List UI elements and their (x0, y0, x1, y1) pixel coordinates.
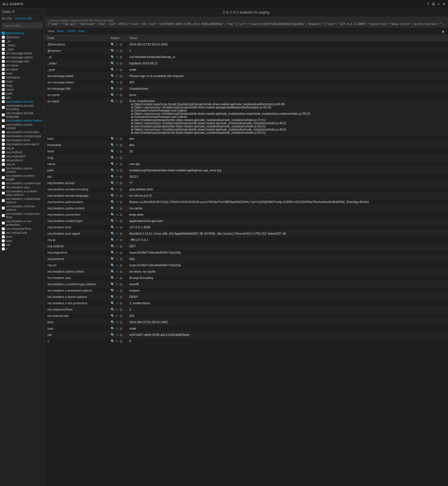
sidebar-item[interactable]: err.message.detail (0, 51, 44, 55)
filter-action-icon[interactable]: ⊘ (116, 289, 118, 292)
grid-action-icon[interactable]: ▦ (120, 194, 122, 197)
sidebar-item[interactable]: _id (0, 39, 44, 43)
search-action-icon[interactable]: 🔍 (111, 100, 115, 103)
grid-action-icon[interactable]: ▦ (120, 206, 122, 210)
search-action-icon[interactable]: 🔍 (111, 327, 115, 330)
filter-action-icon[interactable]: ⊘ (116, 320, 118, 324)
grid-action-icon[interactable]: ▦ (120, 314, 122, 317)
filter-action-icon[interactable]: ⊘ (116, 206, 118, 210)
view-json-link[interactable]: JSON (67, 29, 75, 33)
filter-action-icon[interactable]: ⊘ (116, 156, 118, 159)
filter-action-icon[interactable]: ⊘ (116, 244, 118, 248)
filter-action-icon[interactable]: ⊘ (116, 43, 118, 46)
filter-action-icon[interactable]: ⊘ (116, 81, 118, 84)
search-action-icon[interactable]: 🔍 (111, 175, 115, 178)
sidebar-checkbox[interactable] (2, 56, 5, 59)
search-action-icon[interactable]: 🔍 (111, 156, 115, 159)
grid-action-icon[interactable]: ▦ (120, 68, 122, 71)
search-action-icon[interactable]: 🔍 (111, 301, 115, 305)
sidebar-checkbox[interactable] (2, 155, 5, 158)
search-action-icon[interactable]: 🔍 (111, 333, 115, 336)
sidebar-item[interactable]: uid (0, 243, 44, 247)
filter-action-icon[interactable]: ⊘ (116, 93, 118, 97)
grid-action-icon[interactable]: ▦ (120, 333, 122, 336)
search-action-icon[interactable]: 🔍 (111, 219, 115, 223)
sidebar-item[interactable]: name (0, 87, 44, 91)
filter-action-icon[interactable]: ⊘ (116, 339, 118, 343)
sidebar-item[interactable]: res.headers.cache-control (0, 166, 44, 174)
sidebar-checkbox[interactable] (2, 221, 5, 225)
grid-action-icon[interactable]: ▦ (120, 81, 122, 84)
sidebar-checkbox[interactable] (2, 80, 5, 83)
search-action-icon[interactable]: 🔍 (111, 162, 115, 166)
sidebar-checkbox[interactable] (2, 135, 5, 138)
sidebar-item[interactable]: res.headers.content-type (0, 181, 44, 185)
search-action-icon[interactable]: 🔍 (111, 62, 115, 65)
search-action-icon[interactable]: 🔍 (111, 55, 115, 59)
search-action-icon[interactable]: 🔍 (111, 308, 115, 311)
settings-icon[interactable]: ⚙ (432, 2, 435, 6)
filter-action-icon[interactable]: ⊘ (116, 143, 118, 147)
sidebar-checkbox[interactable] (2, 163, 5, 166)
sidebar-checkbox[interactable] (2, 125, 5, 128)
sidebar-item[interactable]: req.headers.content-type (0, 134, 44, 138)
sidebar-item[interactable]: res.statusCode (0, 231, 44, 235)
search-action-icon[interactable]: 🔍 (111, 181, 115, 185)
sidebar-item[interactable]: @timestamp (0, 31, 44, 35)
filter-action-icon[interactable]: ⊘ (116, 333, 118, 336)
sidebar-checkbox[interactable] (2, 64, 5, 67)
filter-action-icon[interactable]: ⊘ (116, 169, 118, 172)
sidebar-checkbox[interactable] (2, 48, 5, 51)
grid-action-icon[interactable]: ▦ (120, 308, 122, 311)
grid-action-icon[interactable]: ▦ (120, 320, 122, 324)
grid-action-icon[interactable]: ▦ (120, 162, 122, 166)
sidebar-checkbox[interactable] (2, 235, 5, 238)
search-action-icon[interactable]: 🔍 (111, 244, 115, 248)
filter-action-icon[interactable]: ⊘ (116, 276, 118, 280)
filter-action-icon[interactable]: ⊘ (116, 213, 118, 216)
search-action-icon[interactable]: 🔍 (111, 263, 115, 267)
grid-action-icon[interactable]: ▦ (120, 219, 122, 223)
sidebar-checkbox[interactable] (2, 206, 5, 210)
sidebar-checkbox[interactable] (2, 96, 5, 99)
grid-action-icon[interactable]: ▦ (120, 187, 122, 191)
search-action-icon[interactable]: 🔍 (111, 257, 115, 261)
sidebar-checkbox[interactable] (2, 214, 5, 217)
sidebar-item[interactable]: req.headers.accept-encoding (0, 104, 44, 111)
filter-action-icon[interactable]: ⊘ (116, 219, 118, 223)
sidebar-checkbox[interactable] (2, 40, 5, 43)
sidebar-checkbox[interactable] (2, 247, 5, 250)
tab-all[interactable]: All (76) (2, 17, 12, 20)
filter-action-icon[interactable]: ⊘ (116, 74, 118, 78)
grid-action-icon[interactable]: ▦ (120, 295, 122, 299)
grid-action-icon[interactable]: ▦ (120, 327, 122, 330)
grid-action-icon[interactable]: ▦ (120, 257, 122, 261)
search-action-icon[interactable]: 🔍 (111, 314, 115, 317)
search-action-icon[interactable]: 🔍 (111, 206, 115, 210)
sidebar-checkbox[interactable] (2, 182, 5, 185)
search-action-icon[interactable]: 🔍 (111, 339, 115, 343)
view-raw-link[interactable]: Raw (78, 29, 85, 33)
sidebar-item[interactable]: err.message.status (0, 55, 44, 59)
filter-action-icon[interactable]: ⊘ (116, 314, 118, 317)
sidebar-checkbox[interactable] (2, 119, 5, 122)
sidebar-item[interactable]: res.headers.x-download-options (0, 197, 44, 204)
search-action-icon[interactable]: 🔍 (111, 232, 115, 235)
search-action-icon[interactable]: 🔍 (111, 93, 115, 97)
tab-current[interactable]: Current (46) (15, 17, 32, 20)
grid-action-icon[interactable]: ▦ (120, 276, 122, 280)
collapse-button[interactable]: ▲ (441, 29, 445, 33)
grid-action-icon[interactable]: ▦ (120, 55, 122, 59)
close-icon[interactable]: ✕ (442, 2, 446, 6)
sidebar-item[interactable]: path (0, 91, 44, 95)
sidebar-checkbox[interactable] (2, 84, 5, 87)
grid-action-icon[interactable]: ▦ (120, 181, 122, 185)
filter-action-icon[interactable]: ⊘ (116, 137, 118, 140)
filter-action-icon[interactable]: ⊘ (116, 68, 118, 71)
sidebar-checkbox[interactable] (2, 36, 5, 39)
sidebar-checkbox[interactable] (2, 131, 5, 134)
grid-action-icon[interactable]: ▦ (120, 143, 122, 147)
sidebar-item[interactable]: _type (0, 47, 44, 51)
filter-action-icon[interactable]: ⊘ (116, 232, 118, 235)
sidebar-item[interactable]: req.originalUrl (0, 154, 44, 158)
